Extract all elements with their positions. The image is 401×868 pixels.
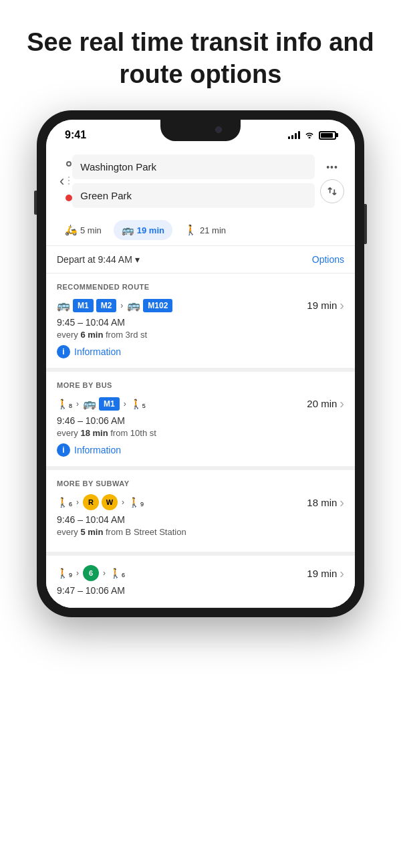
bus-info-link[interactable]: i Information (57, 443, 344, 457)
badge-m102: M102 (143, 299, 172, 312)
depart-row: Depart at 9:44 AM ▾ Options (46, 246, 355, 274)
status-icons (288, 130, 336, 140)
bus-icon-rec: 🚌 (57, 299, 70, 312)
walk-tab-icon: 🚶 (184, 224, 197, 236)
rec-time-range: 9:45 – 10:04 AM (57, 317, 344, 328)
tab-walk[interactable]: 🚶 21 min (176, 220, 234, 240)
recommended-route-icons: 🚌 M1 M2 › 🚌 M102 (57, 299, 172, 312)
notch-camera (215, 126, 222, 133)
bus-route-icons: 🚶8 › 🚌 M1 › 🚶5 (57, 397, 146, 411)
chevron-sub (340, 495, 344, 510)
tab-moto[interactable]: 🛵 5 min (57, 220, 110, 240)
subway-time-range: 9:46 – 10:04 AM (57, 514, 344, 525)
tab-moto-label: 5 min (80, 225, 102, 235)
origin-input[interactable]: Washington Park (72, 154, 315, 179)
recommended-route-section: RECOMMENDED ROUTE 🚌 M1 M2 › 🚌 M102 19 mi… (46, 274, 355, 372)
subway-route-section: MORE BY SUBWAY 🚶6 › R W › (46, 470, 355, 556)
search-area: ‹ Washington Park (46, 146, 355, 215)
chevron-rec (340, 298, 344, 313)
signal-icon (288, 131, 300, 139)
extra-duration: 19 min (307, 566, 344, 581)
bus-duration: 20 min (307, 396, 344, 411)
walk-before-bus: 🚶8 (57, 399, 72, 409)
rec-frequency: every 6 min from 3rd st (57, 330, 344, 340)
chevron-bus (340, 396, 344, 411)
options-link[interactable]: Options (312, 254, 344, 265)
walk-after-extra: 🚶6 (110, 568, 125, 578)
recommended-label: RECOMMENDED ROUTE (57, 283, 344, 291)
extra-route-icons: 🚶9 › 6 › 🚶6 (57, 565, 125, 581)
info-icon-rec: i (57, 345, 70, 358)
bus-route-section: MORE BY BUS 🚶8 › 🚌 M1 › 🚶5 (46, 372, 355, 470)
bus-info-label: Information (74, 445, 121, 455)
tab-bus-label: 19 min (137, 225, 164, 235)
arrow-rec: › (120, 301, 123, 310)
rec-info-link[interactable]: i Information (57, 345, 344, 358)
badge-m1: M1 (73, 299, 94, 312)
recommended-route-row[interactable]: 🚌 M1 M2 › 🚌 M102 19 min (57, 298, 344, 313)
battery-icon (319, 131, 336, 140)
swap-button[interactable] (320, 179, 344, 203)
walk-before-subway: 🚶6 (57, 497, 72, 508)
subway-duration: 18 min (307, 495, 344, 510)
badge-m2: M2 (96, 299, 117, 312)
status-time: 9:41 (65, 129, 86, 141)
depart-label[interactable]: Depart at 9:44 AM ▾ (57, 254, 140, 265)
arrow-sub2: › (122, 498, 124, 507)
bus-tab-icon: 🚌 (122, 224, 134, 236)
phone-notch (160, 120, 241, 141)
bus-section-label: MORE BY BUS (57, 381, 344, 389)
phone-screen: 9:41 ‹ (46, 120, 355, 608)
app-content: ‹ Washington Park (46, 146, 355, 608)
bus-route-row[interactable]: 🚶8 › 🚌 M1 › 🚶5 20 min (57, 396, 344, 411)
subway-frequency: every 5 min from B Street Station (57, 527, 344, 537)
more-options-button[interactable]: ••• (323, 159, 341, 175)
badge-r: R (83, 494, 99, 510)
arrow-bus1: › (76, 399, 79, 409)
destination-dot (65, 195, 72, 201)
bus-time-range: 9:46 – 10:06 AM (57, 415, 344, 426)
extra-route-row[interactable]: 🚶9 › 6 › 🚶6 19 min (57, 565, 344, 581)
transport-tabs: 🛵 5 min 🚌 19 min 🚶 21 min (46, 215, 355, 246)
moto-icon: 🛵 (65, 224, 78, 236)
arrow-extra1: › (76, 568, 79, 578)
page-title: See real time transit info and route opt… (27, 27, 374, 90)
recommended-duration: 19 min (307, 298, 344, 313)
extra-route-section: 🚶9 › 6 › 🚶6 19 min (46, 556, 355, 608)
wifi-icon (304, 130, 315, 140)
bus-icon-bus: 🚌 (83, 397, 96, 410)
walk-after-bus: 🚶5 (130, 399, 146, 409)
badge-bus-m1: M1 (99, 397, 120, 411)
arrow-extra2: › (103, 568, 106, 578)
tab-walk-label: 21 min (200, 225, 226, 235)
arrow-sub1: › (76, 498, 79, 507)
info-icon-bus: i (57, 443, 70, 457)
tab-bus[interactable]: 🚌 19 min (114, 220, 172, 240)
walk-after-subway: 🚶9 (128, 497, 144, 508)
bus-frequency: every 18 min from 10th st (57, 428, 344, 438)
rec-info-label: Information (74, 346, 121, 357)
walk-before-extra: 🚶9 (57, 568, 72, 578)
phone-frame: 9:41 ‹ (37, 110, 364, 617)
destination-input[interactable]: Green Park (72, 183, 315, 208)
origin-dot (66, 161, 72, 167)
subway-route-row[interactable]: 🚶6 › R W › 🚶9 (57, 494, 344, 510)
chevron-extra (340, 566, 344, 581)
subway-route-icons: 🚶6 › R W › 🚶9 (57, 494, 144, 510)
bus-icon-rec2: 🚌 (127, 299, 140, 312)
arrow-bus2: › (124, 399, 126, 409)
badge-6: 6 (83, 565, 99, 581)
page-header: See real time transit info and route opt… (0, 0, 401, 110)
extra-time-range: 9:47 – 10:06 AM (57, 585, 344, 596)
subway-section-label: MORE BY SUBWAY (57, 479, 344, 487)
badge-w: W (102, 494, 118, 510)
